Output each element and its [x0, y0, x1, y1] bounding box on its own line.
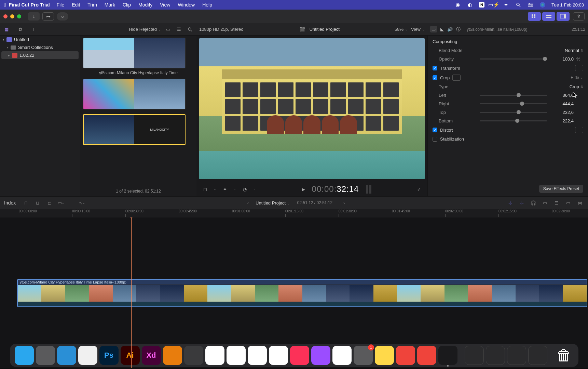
save-effects-preset-button[interactable]: Save Effects Preset [539, 185, 583, 193]
menu-clip[interactable]: Clip [119, 1, 134, 8]
lanes-icon[interactable]: ☰ [552, 199, 561, 206]
menu-edit[interactable]: Edit [68, 1, 83, 8]
siri-icon[interactable] [540, 2, 545, 8]
clip-appearance-icon[interactable]: ▭ [164, 26, 172, 33]
app-name[interactable]: Final Cut Pro Trial [9, 2, 50, 8]
retime-tool[interactable]: ◔ [240, 185, 249, 194]
insert-clip-icon[interactable]: ⊔ [33, 199, 42, 206]
event-row[interactable]: ▸1.02.22 [1, 51, 79, 59]
dock-safari[interactable] [57, 346, 76, 365]
dock-messenger[interactable] [205, 346, 224, 365]
photos-sidebar-icon[interactable]: ✿ [16, 26, 24, 33]
screenrec-icon[interactable]: ◉ [454, 2, 461, 8]
dock-notes[interactable] [375, 346, 394, 365]
battery-icon[interactable]: ▭⚡ [491, 2, 497, 8]
close-window[interactable] [3, 14, 8, 18]
dock-blender[interactable] [163, 346, 182, 365]
timeline-project-dropdown[interactable]: Untitled Project ⌄ [256, 200, 290, 206]
filter-dropdown[interactable]: Hide Rejected⌄ [129, 27, 161, 32]
distort-onscreen-button[interactable] [575, 127, 583, 133]
stabilization-checkbox[interactable] [433, 137, 437, 142]
share-button[interactable]: ⇪ [573, 12, 585, 21]
distort-checkbox[interactable]: ✓ [433, 128, 437, 132]
timeline-ruler[interactable]: 00:00:00:0000:00:15:0000:00:30:0000:00:4… [0, 209, 588, 218]
transform-onscreen-button[interactable] [575, 65, 583, 71]
menubar-clock[interactable]: Tue 1 Feb 20:03 [551, 2, 584, 8]
search-icon[interactable] [515, 2, 521, 8]
keyword-button[interactable]: ⊶ [42, 12, 54, 21]
wifi-icon[interactable] [503, 2, 509, 8]
browser-search-icon[interactable] [186, 26, 194, 33]
dock-krita[interactable] [184, 346, 203, 365]
control-center-icon[interactable] [528, 2, 534, 8]
crop-left-slider[interactable] [480, 95, 547, 96]
dock-minimized-window[interactable] [507, 346, 526, 365]
dock-maps[interactable] [248, 346, 267, 365]
dock-minimized-window[interactable] [528, 346, 547, 365]
list-view-icon[interactable]: ☰ [175, 26, 183, 33]
menu-view[interactable]: View [156, 1, 174, 8]
clip-thumbnail-3[interactable]: MILANOCITY [83, 114, 186, 145]
clip-appearance-tl-icon[interactable]: ▭ [564, 199, 572, 206]
dock-trash[interactable]: 🗑 [555, 346, 574, 365]
dock-music[interactable] [290, 346, 309, 365]
connect-clip-icon[interactable]: ⊓ [22, 199, 30, 206]
crop-top-value[interactable]: 232,6 [553, 110, 574, 115]
library-row[interactable]: ▾Untitled [0, 36, 80, 43]
crop-hide-button[interactable]: Hide⌄ [571, 75, 583, 80]
smart-collections-row[interactable]: ▸Smart Collections [0, 43, 80, 51]
dock-finder[interactable] [15, 346, 34, 365]
menu-window[interactable]: Window [174, 1, 198, 8]
crop-onscreen-button[interactable] [452, 75, 461, 81]
crop-right-value[interactable]: 444,4 [553, 101, 574, 106]
minimize-window[interactable] [10, 14, 14, 18]
viewer-canvas[interactable] [199, 38, 425, 179]
crop-type-dropdown[interactable]: Crop⇅ [570, 84, 583, 89]
dock-anydesk2[interactable] [417, 346, 436, 365]
layout-timeline-button[interactable] [542, 12, 555, 21]
library-sidebar-icon[interactable]: ▦ [3, 26, 10, 33]
dock-photos[interactable] [269, 346, 288, 365]
snapping-icon[interactable]: ▭ [541, 199, 549, 206]
notion-icon[interactable]: N [479, 2, 484, 8]
dock-photoshop[interactable]: Ps [99, 346, 119, 365]
color-inspector-tab[interactable]: ◣ [440, 27, 444, 32]
bgrender-button[interactable]: ○ [57, 12, 68, 21]
transform-checkbox[interactable]: ✓ [433, 66, 437, 70]
crop-right-slider[interactable] [480, 103, 547, 104]
audio-skimming-icon[interactable]: ⊹ [518, 199, 526, 206]
dock-minimized-window[interactable] [486, 346, 505, 365]
select-tool-icon[interactable]: ↖⌄ [78, 199, 86, 206]
timeline-index-button[interactable]: Index [4, 200, 16, 206]
layout-browser-button[interactable] [528, 12, 541, 21]
opacity-slider[interactable] [480, 58, 547, 60]
crop-checkbox[interactable]: ✓ [433, 75, 437, 80]
dock-finalcut[interactable] [438, 346, 457, 365]
effects-browser-icon[interactable]: ⋈ [576, 199, 584, 206]
dock-illustrator[interactable]: Ai [121, 346, 140, 365]
playhead[interactable] [131, 218, 132, 368]
timeline-clip[interactable]: yt5s.com-Milano City Hyperlapse Italy Ti… [17, 279, 587, 307]
dock-minimized-window[interactable] [465, 346, 484, 365]
dock-numbers[interactable] [332, 346, 352, 365]
append-clip-icon[interactable]: ⊏ [45, 199, 53, 206]
info-inspector-tab[interactable]: ⓘ [456, 26, 461, 32]
solo-icon[interactable]: 🎧 [529, 199, 537, 206]
crop-top-slider[interactable] [480, 112, 547, 113]
crop-left-value[interactable]: 364,6 [553, 93, 574, 98]
play-button[interactable]: ▶ [299, 185, 308, 194]
menu-file[interactable]: File [53, 1, 68, 8]
apple-menu[interactable]:  [4, 2, 6, 8]
menu-trim[interactable]: Trim [84, 1, 100, 8]
timeline-history-back[interactable]: ‹ [244, 199, 252, 206]
import-button[interactable]: ↓ [28, 12, 40, 21]
skimming-icon[interactable]: ⊹ [506, 199, 514, 206]
zoom-window[interactable] [17, 14, 21, 18]
video-inspector-tab[interactable]: ▭ [430, 26, 437, 32]
dock-podcasts[interactable] [311, 346, 330, 365]
crop-bottom-slider[interactable] [480, 120, 547, 121]
audio-inspector-tab[interactable]: 🔊 [447, 27, 453, 32]
fullscreen-button[interactable]: ⤢ [414, 185, 423, 194]
dock-launchpad[interactable] [36, 346, 55, 365]
cc-icon[interactable]: ◐ [467, 2, 473, 8]
